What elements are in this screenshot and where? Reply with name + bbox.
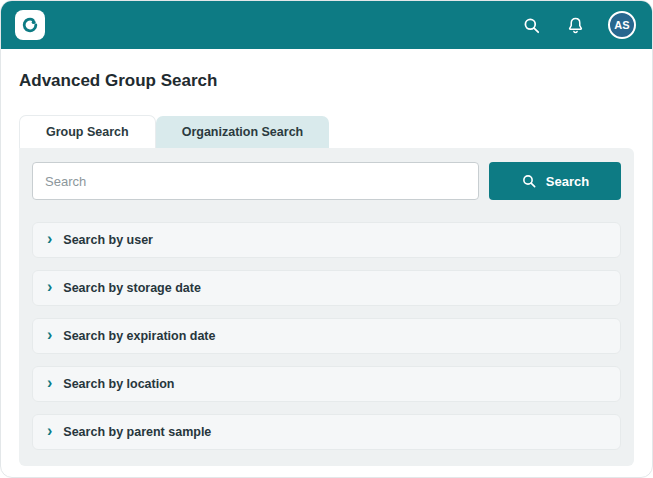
search-input[interactable]: [32, 162, 479, 200]
app-window: AS Advanced Group Search Group Search Or…: [0, 0, 653, 478]
avatar[interactable]: AS: [608, 11, 636, 39]
accordion-search-by-parent-sample[interactable]: › Search by parent sample: [32, 414, 621, 450]
accordion-label: Search by expiration date: [63, 329, 215, 343]
page-title: Advanced Group Search: [19, 71, 634, 91]
accordion-label: Search by user: [63, 233, 153, 247]
accordion-label: Search by parent sample: [63, 425, 211, 439]
accordion-search-by-user[interactable]: › Search by user: [32, 222, 621, 258]
search-button-label: Search: [546, 174, 589, 189]
main-content: Advanced Group Search Group Search Organ…: [1, 49, 652, 478]
chevron-right-icon: ›: [47, 423, 52, 439]
accordion-label: Search by storage date: [63, 281, 201, 295]
tab-organization-search[interactable]: Organization Search: [156, 116, 330, 148]
chevron-right-icon: ›: [47, 231, 52, 247]
search-icon[interactable]: [520, 14, 542, 36]
search-button[interactable]: Search: [489, 162, 621, 200]
search-icon: [521, 173, 537, 189]
accordion-search-by-expiration-date[interactable]: › Search by expiration date: [32, 318, 621, 354]
chevron-right-icon: ›: [47, 327, 52, 343]
chevron-right-icon: ›: [47, 279, 52, 295]
top-bar: AS: [1, 1, 652, 49]
accordion-label: Search by location: [63, 377, 174, 391]
search-panel: Search › Search by user › Search by stor…: [19, 148, 634, 466]
chevron-right-icon: ›: [47, 375, 52, 391]
tab-group-search[interactable]: Group Search: [19, 115, 156, 148]
accordion-search-by-storage-date[interactable]: › Search by storage date: [32, 270, 621, 306]
logo-swirl-icon: [20, 15, 40, 35]
top-bar-actions: AS: [520, 11, 636, 39]
search-row: Search: [32, 162, 621, 200]
accordion-list: › Search by user › Search by storage dat…: [32, 222, 621, 450]
app-logo[interactable]: [15, 10, 45, 40]
bell-icon[interactable]: [564, 14, 586, 36]
tab-strip: Group Search Organization Search: [19, 115, 634, 148]
accordion-search-by-location[interactable]: › Search by location: [32, 366, 621, 402]
